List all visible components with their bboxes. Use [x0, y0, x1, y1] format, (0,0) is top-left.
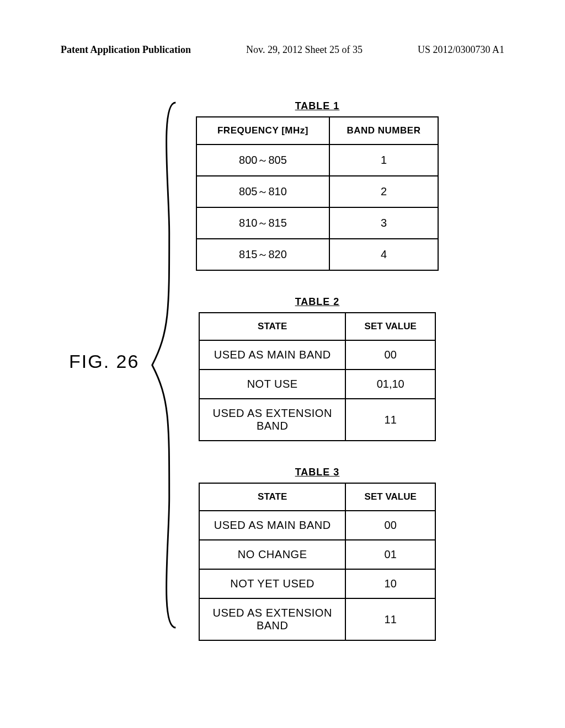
- tables-column: TABLE 1 FREQUENCY [MHz] BAND NUMBER 800～…: [188, 100, 447, 641]
- table-row: NO CHANGE 01: [199, 540, 435, 569]
- table-2-grid: STATE SET VALUE USED AS MAIN BAND 00 NOT…: [199, 312, 436, 441]
- table-1-r3c0: 815～820: [196, 239, 329, 270]
- table-2-h2: SET VALUE: [345, 313, 435, 340]
- table-2-h1: STATE: [199, 313, 345, 340]
- table-3-title: TABLE 3: [199, 467, 436, 478]
- table-row: 810～815 3: [196, 207, 438, 239]
- table-3-grid: STATE SET VALUE USED AS MAIN BAND 00 NO …: [199, 483, 436, 641]
- table-2-r2c1: 11: [345, 399, 435, 441]
- table-1-r3c1: 4: [329, 239, 438, 270]
- table-row: USED AS MAIN BAND 00: [199, 340, 435, 370]
- table-2-r0c0: USED AS MAIN BAND: [199, 340, 345, 370]
- table-2: TABLE 2 STATE SET VALUE USED AS MAIN BAN…: [199, 296, 436, 441]
- table-3-h2: SET VALUE: [345, 483, 435, 511]
- page-header: Patent Application Publication Nov. 29, …: [61, 44, 504, 56]
- table-3-r1c1: 01: [345, 540, 435, 569]
- table-3-r0c0: USED AS MAIN BAND: [199, 511, 345, 540]
- table-1-r1c1: 2: [329, 176, 438, 207]
- table-row: USED AS EXTENSION BAND 11: [199, 598, 435, 640]
- table-row: STATE SET VALUE: [199, 313, 435, 340]
- table-3-r2c1: 10: [345, 569, 435, 598]
- table-3-r1c0: NO CHANGE: [199, 540, 345, 569]
- table-3-r3c0: USED AS EXTENSION BAND: [199, 598, 345, 640]
- table-row: NOT USE 01,10: [199, 370, 435, 399]
- figure-label: FIG. 26: [69, 351, 139, 372]
- table-3: TABLE 3 STATE SET VALUE USED AS MAIN BAN…: [199, 467, 436, 641]
- table-3-r0c1: 00: [345, 511, 435, 540]
- table-row: USED AS EXTENSION BAND 11: [199, 399, 435, 441]
- table-2-r2c0: USED AS EXTENSION BAND: [199, 399, 345, 441]
- table-row: USED AS MAIN BAND 00: [199, 511, 435, 540]
- header-mid: Nov. 29, 2012 Sheet 25 of 35: [246, 44, 363, 56]
- table-row: 815～820 4: [196, 239, 438, 270]
- table-1: TABLE 1 FREQUENCY [MHz] BAND NUMBER 800～…: [196, 100, 439, 271]
- header-left: Patent Application Publication: [61, 44, 191, 56]
- curly-brace-icon: [149, 100, 181, 630]
- table-1-h1: FREQUENCY [MHz]: [196, 117, 329, 144]
- table-1-r2c0: 810～815: [196, 207, 329, 239]
- table-3-r2c0: NOT YET USED: [199, 569, 345, 598]
- table-2-r1c1: 01,10: [345, 370, 435, 399]
- table-row: 805～810 2: [196, 176, 438, 207]
- table-2-r0c1: 00: [345, 340, 435, 370]
- table-2-r1c0: NOT USE: [199, 370, 345, 399]
- table-row: 800～805 1: [196, 144, 438, 176]
- table-1-r0c1: 1: [329, 144, 438, 176]
- table-1-h2: BAND NUMBER: [329, 117, 438, 144]
- table-1-r0c0: 800～805: [196, 144, 329, 176]
- table-3-h1: STATE: [199, 483, 345, 511]
- header-right: US 2012/0300730 A1: [418, 44, 504, 56]
- table-row: STATE SET VALUE: [199, 483, 435, 511]
- table-1-grid: FREQUENCY [MHz] BAND NUMBER 800～805 1 80…: [196, 116, 439, 271]
- table-3-r3c1: 11: [345, 598, 435, 640]
- table-row: NOT YET USED 10: [199, 569, 435, 598]
- table-row: FREQUENCY [MHz] BAND NUMBER: [196, 117, 438, 144]
- table-1-r1c0: 805～810: [196, 176, 329, 207]
- table-1-title: TABLE 1: [196, 100, 439, 112]
- table-2-title: TABLE 2: [199, 296, 436, 308]
- table-1-r2c1: 3: [329, 207, 438, 239]
